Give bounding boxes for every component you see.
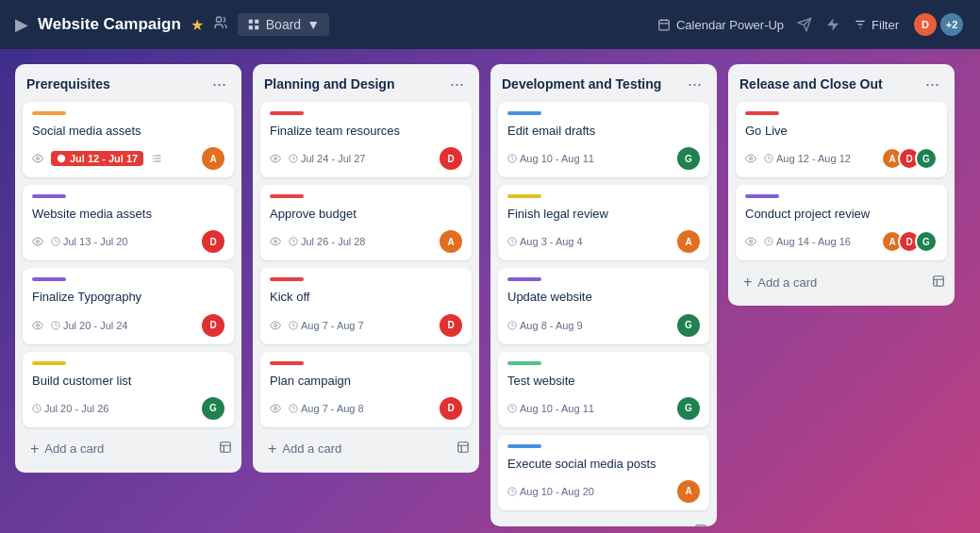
column-menu-button[interactable]: ···	[208, 75, 230, 92]
add-card-button[interactable]: + Add a card	[500, 518, 694, 526]
svg-point-0	[216, 17, 221, 22]
svg-point-30	[274, 241, 277, 243]
avatar-d[interactable]: D	[912, 11, 938, 38]
card-avatar[interactable]: D	[440, 147, 462, 170]
card-avatar[interactable]: D	[440, 397, 462, 420]
card-meta: Aug 12 - Aug 12	[745, 153, 851, 164]
team-icon[interactable]	[213, 15, 228, 34]
card-color-bar	[507, 277, 541, 281]
column-menu-button[interactable]: ···	[922, 75, 943, 92]
card-avatar[interactable]: D	[440, 314, 462, 337]
board-chevron-icon: ▼	[307, 17, 320, 32]
card[interactable]: Approve budget Jul 26 - Jul 28A	[260, 185, 472, 260]
card-title: Kick off	[270, 289, 462, 306]
card[interactable]: Conduct project review Aug 14 - Aug 16AD…	[736, 185, 947, 260]
topbar: ▶ Website Campaign ★ Board ▼ Calendar Po…	[0, 0, 980, 49]
card-template-icon[interactable]	[457, 441, 470, 457]
add-card-label: Add a card	[44, 441, 104, 456]
card-template-icon[interactable]	[932, 275, 945, 291]
card-avatar[interactable]: G	[915, 230, 938, 253]
card-footer: Jul 24 - Jul 27D	[270, 147, 462, 170]
card[interactable]: Social media assets Jul 12 - Jul 17A	[23, 102, 234, 177]
card-footer: Aug 7 - Aug 7D	[270, 314, 462, 337]
card-avatar[interactable]: G	[677, 314, 700, 337]
card-avatar[interactable]: A	[440, 230, 462, 253]
card-meta: Aug 3 - Aug 4	[507, 236, 583, 247]
add-card-button[interactable]: + Add a card	[25, 435, 219, 463]
card-template-icon[interactable]	[219, 441, 232, 457]
column-prerequisites: Prerequisites···Social media assets Jul …	[15, 64, 241, 473]
svg-rect-51	[934, 276, 944, 287]
svg-point-34	[274, 407, 277, 409]
card-title: Update website	[507, 289, 700, 306]
card[interactable]: Edit email drafts Aug 10 - Aug 11G	[498, 102, 709, 177]
add-card-row: + Add a card	[260, 435, 472, 463]
card-avatar-group: ADG	[881, 230, 938, 253]
sidebar-toggle-icon[interactable]: ▶	[15, 14, 28, 35]
card-avatar[interactable]: A	[677, 230, 700, 253]
card-avatar[interactable]: G	[202, 397, 224, 420]
card-color-bar	[507, 194, 541, 198]
eye-icon	[270, 153, 281, 164]
card-color-bar	[270, 277, 304, 281]
card[interactable]: Website media assets Jul 13 - Jul 20D	[23, 185, 234, 260]
card-color-bar	[745, 111, 779, 115]
card[interactable]: Plan campaign Aug 7 - Aug 8D	[260, 352, 472, 427]
lightning-icon-btn[interactable]	[825, 17, 840, 32]
card[interactable]: Finalize team resources Jul 24 - Jul 27D	[260, 102, 472, 177]
svg-point-28	[274, 158, 277, 160]
card-title: Social media assets	[32, 123, 224, 140]
svg-rect-3	[249, 25, 253, 29]
card[interactable]: Execute social media posts Aug 10 - Aug …	[498, 435, 709, 510]
card-color-bar	[32, 361, 66, 365]
card-footer: Jul 13 - Jul 20D	[32, 230, 224, 253]
card[interactable]: Build customer list Jul 20 - Jul 26G	[23, 352, 234, 427]
send-icon-btn[interactable]	[797, 17, 812, 32]
card-color-bar	[507, 444, 541, 448]
eye-icon	[745, 153, 756, 164]
card[interactable]: Finalize Typography Jul 20 - Jul 24D	[23, 268, 234, 343]
column-header: Development and Testing···	[498, 74, 709, 94]
card-meta: Jul 12 - Jul 17	[32, 151, 162, 166]
card-avatar[interactable]: D	[202, 230, 224, 253]
card-template-icon[interactable]	[694, 524, 707, 526]
column-header: Prerequisites···	[23, 74, 234, 94]
card-avatar[interactable]: A	[677, 480, 700, 503]
card-footer: Aug 10 - Aug 11G	[507, 147, 700, 170]
card-avatar[interactable]: A	[202, 147, 224, 170]
svg-rect-25	[221, 442, 231, 453]
column-menu-button[interactable]: ···	[446, 75, 468, 92]
card-meta: Aug 7 - Aug 8	[270, 403, 364, 414]
calendar-power-up[interactable]: Calendar Power-Up	[657, 18, 784, 32]
card-title: Website media assets	[32, 206, 224, 223]
plus-icon: +	[268, 441, 276, 458]
card-avatar[interactable]: G	[677, 397, 700, 420]
add-card-button[interactable]: + Add a card	[262, 435, 457, 463]
filter-button[interactable]: Filter	[854, 18, 899, 32]
card-avatar[interactable]: G	[915, 147, 938, 170]
card-meta: Jul 26 - Jul 28	[270, 236, 365, 247]
star-icon[interactable]: ★	[191, 16, 204, 34]
card-footer: Aug 10 - Aug 20A	[507, 480, 700, 503]
topbar-right: Calendar Power-Up Filter D +2	[657, 11, 965, 38]
card-footer: Aug 10 - Aug 11G	[507, 397, 700, 420]
card[interactable]: Test website Aug 10 - Aug 11G	[498, 352, 709, 427]
card-date: Aug 8 - Aug 9	[507, 320, 583, 331]
column-title: Prerequisites	[26, 76, 110, 92]
board-area: Prerequisites···Social media assets Jul …	[0, 49, 980, 533]
avatar-plus[interactable]: +2	[938, 11, 965, 38]
card-avatar[interactable]: D	[202, 314, 224, 337]
card[interactable]: Kick off Aug 7 - Aug 7D	[260, 268, 472, 343]
column-menu-button[interactable]: ···	[684, 75, 706, 92]
add-card-button[interactable]: + Add a card	[738, 268, 932, 296]
card[interactable]: Finish legal review Aug 3 - Aug 4A	[498, 185, 709, 260]
card-avatar[interactable]: G	[677, 147, 700, 170]
card-footer: Aug 14 - Aug 16ADG	[745, 230, 938, 253]
board-button[interactable]: Board ▼	[238, 13, 329, 36]
card-date: Aug 10 - Aug 11	[507, 153, 594, 164]
svg-rect-44	[696, 525, 706, 526]
card[interactable]: Go Live Aug 12 - Aug 12ADG	[736, 102, 947, 177]
calendar-label: Calendar Power-Up	[676, 18, 784, 32]
due-date-badge[interactable]: Jul 12 - Jul 17	[51, 151, 143, 166]
card[interactable]: Update website Aug 8 - Aug 9G	[498, 268, 709, 343]
